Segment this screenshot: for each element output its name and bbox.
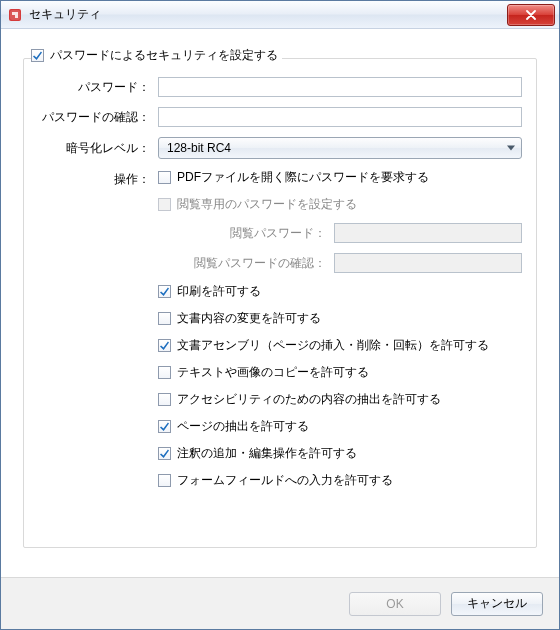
close-icon (525, 10, 537, 20)
allow-print-checkbox[interactable] (158, 285, 171, 298)
encryption-level-label: 暗号化レベル： (38, 140, 150, 157)
view-only-password-checkbox (158, 198, 171, 211)
security-panel: パスワード： パスワードの確認： 暗号化レベル： 128-bit RC4 操作：… (23, 58, 537, 548)
operations-label: 操作： (38, 169, 150, 188)
security-dialog: セキュリティ パスワードによるセキュリティを設定する パスワード： パスワードの… (0, 0, 560, 630)
encryption-level-select[interactable]: 128-bit RC4 (158, 137, 522, 159)
titlebar: セキュリティ (1, 1, 559, 29)
content-area: パスワードによるセキュリティを設定する パスワード： パスワードの確認： 暗号化… (1, 29, 559, 577)
ok-button-label: OK (386, 597, 403, 611)
window-title: セキュリティ (29, 6, 507, 23)
view-password-input (334, 223, 522, 243)
password-confirm-input[interactable] (158, 107, 522, 127)
allow-modify-content-label: 文書内容の変更を許可する (177, 310, 321, 327)
view-only-password-label: 閲覧専用のパスワードを設定する (177, 196, 357, 213)
allow-annot-edit-label: 注釈の追加・編集操作を許可する (177, 445, 357, 462)
cancel-button[interactable]: キャンセル (451, 592, 543, 616)
operations-column: PDFファイルを開く際にパスワードを要求する 閲覧専用のパスワードを設定する 閲… (158, 169, 522, 489)
allow-copy-checkbox[interactable] (158, 366, 171, 379)
close-button[interactable] (507, 4, 555, 26)
view-password-confirm-input (334, 253, 522, 273)
allow-copy-label: テキストや画像のコピーを許可する (177, 364, 369, 381)
allow-modify-content-checkbox[interactable] (158, 312, 171, 325)
dialog-footer: OK キャンセル (1, 577, 559, 629)
password-label: パスワード： (38, 79, 150, 96)
app-icon (7, 7, 23, 23)
require-open-password-checkbox[interactable] (158, 171, 171, 184)
allow-assembly-checkbox[interactable] (158, 339, 171, 352)
allow-annot-edit-checkbox[interactable] (158, 447, 171, 460)
allow-print-label: 印刷を許可する (177, 283, 261, 300)
encryption-level-value: 128-bit RC4 (167, 141, 231, 155)
ok-button[interactable]: OK (349, 592, 441, 616)
cancel-button-label: キャンセル (467, 595, 527, 612)
allow-accessibility-extract-label: アクセシビリティのための内容の抽出を許可する (177, 391, 441, 408)
require-open-password-label: PDFファイルを開く際にパスワードを要求する (177, 169, 429, 186)
allow-form-fill-label: フォームフィールドへの入力を許可する (177, 472, 393, 489)
allow-accessibility-extract-checkbox[interactable] (158, 393, 171, 406)
view-password-label: 閲覧パスワード： (176, 225, 326, 242)
view-password-confirm-label: 閲覧パスワードの確認： (176, 255, 326, 272)
allow-page-extract-checkbox[interactable] (158, 420, 171, 433)
password-confirm-label: パスワードの確認： (38, 109, 150, 126)
allow-page-extract-label: ページの抽出を許可する (177, 418, 309, 435)
enable-security-checkbox[interactable] (31, 49, 44, 62)
password-input[interactable] (158, 77, 522, 97)
chevron-down-icon (507, 146, 515, 151)
allow-form-fill-checkbox[interactable] (158, 474, 171, 487)
enable-security-label: パスワードによるセキュリティを設定する (50, 47, 278, 64)
allow-assembly-label: 文書アセンブリ（ページの挿入・削除・回転）を許可する (177, 337, 489, 354)
